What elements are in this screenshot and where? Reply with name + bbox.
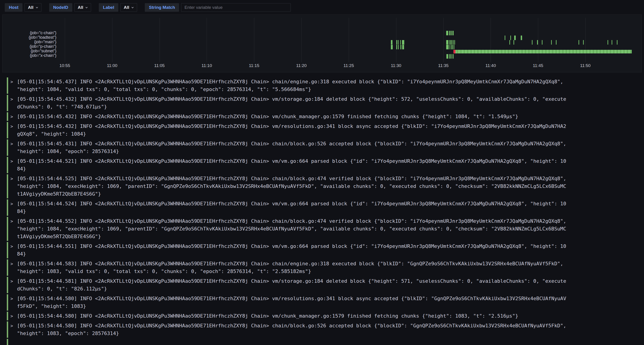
log-row[interactable]: >[05-01|15:54:44.524] INFO <2AcRkXTLLtQj… <box>7 199 644 216</box>
log-message: [05-01|15:54:44.581] INFO <2AcRkXTLLtQjv… <box>17 277 566 293</box>
event-tick <box>617 40 618 45</box>
time-axis-label: 11:10 <box>202 63 212 68</box>
log-row[interactable]: >[05-01|15:54:45.432] INFO <2AcRkXTLLtQj… <box>7 95 644 111</box>
logs-panel: >[05-01|15:54:45.437] INFO <2AcRkXTLLtQj… <box>7 77 644 345</box>
gridline <box>65 18 65 62</box>
event-tick <box>451 45 452 49</box>
event-tick <box>532 40 532 45</box>
log-message: [05-01|15:54:45.432] INFO <2AcRkXTLLtQjv… <box>17 95 566 111</box>
expand-chevron-icon[interactable]: > <box>10 260 17 268</box>
expand-chevron-icon[interactable]: > <box>10 322 17 330</box>
variable-value: All <box>78 5 83 10</box>
time-axis-label: 11:40 <box>486 63 496 68</box>
event-tick <box>452 31 452 35</box>
event-tick <box>454 45 454 49</box>
variable-select-host[interactable]: All <box>24 3 41 12</box>
log-message: [05-01|15:54:44.524] INFO <2AcRkXTLLtQjv… <box>17 200 566 215</box>
gridline <box>254 18 254 62</box>
variable-select-nodeid[interactable]: All <box>74 3 91 12</box>
expand-chevron-icon[interactable]: > <box>10 78 17 86</box>
time-axis-label: 11:25 <box>344 63 354 68</box>
log-message: [05-01|15:54:44.580] INFO <2AcRkXTLLtQjv… <box>17 322 566 337</box>
gridline <box>538 18 538 62</box>
time-axis: 10:5511:0011:0511:1011:1511:2011:2511:30… <box>60 63 639 69</box>
log-row[interactable]: >[05-01|15:54:44.552] INFO <2AcRkXTLLtQj… <box>7 217 644 241</box>
activity-bar-segment <box>456 50 632 53</box>
event-tick <box>404 40 404 45</box>
log-row[interactable]: >[05-01|15:54:45.432] INFO <2AcRkXTLLtQj… <box>7 122 644 138</box>
log-message: [05-01|15:54:45.432] INFO <2AcRkXTLLtQjv… <box>17 113 566 120</box>
log-message: [05-01|15:54:45.437] INFO <2AcRkXTLLtQjv… <box>17 78 566 93</box>
expand-chevron-icon[interactable]: > <box>10 175 17 182</box>
legend-item[interactable]: {job="p-chain"} <box>2 44 56 49</box>
event-tick <box>446 45 449 49</box>
error-bar-segment <box>454 50 456 53</box>
expand-chevron-icon[interactable]: > <box>10 140 17 148</box>
legend-item[interactable]: {job="subnet"} <box>2 49 56 53</box>
event-tick <box>510 35 511 40</box>
event-tick <box>514 35 516 40</box>
event-tick <box>450 40 451 45</box>
expand-chevron-icon[interactable]: > <box>10 277 17 285</box>
log-row[interactable]: >[05-01|15:54:44.583] INFO <2AcRkXTLLtQj… <box>7 259 644 276</box>
event-tick <box>608 40 608 45</box>
chart-plot-area[interactable] <box>60 18 639 61</box>
variable-select-label[interactable]: All <box>120 3 137 12</box>
log-message: [05-01|15:54:45.431] INFO <2AcRkXTLLtQjv… <box>17 140 566 155</box>
expand-chevron-icon[interactable]: > <box>10 243 17 250</box>
variable-group-host: HostAll <box>5 3 42 12</box>
log-row[interactable]: >[05-01|15:54:44.580] INFO <2AcRkXTLLtQj… <box>7 322 644 338</box>
event-tick <box>452 54 452 59</box>
expand-chevron-icon[interactable]: > <box>10 312 17 320</box>
event-tick <box>402 40 404 45</box>
chart-legend: {job="c-chain"}{job="loadtest"}{job="mai… <box>2 30 56 58</box>
legend-item[interactable]: {job="c-chain"} <box>2 30 56 35</box>
log-row[interactable]: >[05-01|15:54:44.580] INFO <2AcRkXTLLtQj… <box>7 294 644 311</box>
event-tick <box>612 40 612 45</box>
log-row[interactable]: >[05-01|15:54:44.521] INFO <2AcRkXTLLtQj… <box>7 157 644 173</box>
chevron-down-icon <box>35 6 38 9</box>
log-row[interactable]: >[05-01|15:54:44.581] INFO <2AcRkXTLLtQj… <box>7 277 644 293</box>
event-tick <box>396 40 397 45</box>
event-tick <box>578 40 579 45</box>
log-volume-panel: {job="c-chain"}{job="loadtest"}{job="mai… <box>2 14 642 72</box>
log-row[interactable]: >[05-01|15:54:45.437] INFO <2AcRkXTLLtQj… <box>7 77 644 94</box>
time-axis-label: 10:55 <box>59 63 70 68</box>
string-match-input[interactable] <box>181 3 291 12</box>
gridline <box>585 18 586 62</box>
variables-toolbar: HostAllNodeIDAllLabelAll String Match <box>0 0 644 12</box>
legend-item[interactable]: {job="loadtest"} <box>2 35 56 40</box>
event-tick <box>556 40 556 45</box>
expand-chevron-icon[interactable]: > <box>10 122 17 130</box>
legend-item[interactable]: {job="x-chain"} <box>2 53 56 58</box>
expand-chevron-icon[interactable]: > <box>10 95 17 103</box>
expand-chevron-icon[interactable]: > <box>10 217 17 225</box>
string-match-group: String Match <box>145 3 291 12</box>
log-message: [05-01|15:54:44.552] INFO <2AcRkXTLLtQjv… <box>17 217 566 240</box>
event-tick <box>450 45 450 49</box>
log-row[interactable]: >[05-01|15:54:44.525] INFO <2AcRkXTLLtQj… <box>7 174 644 198</box>
variable-label-nodeid: NodeID <box>49 3 72 12</box>
expand-chevron-icon[interactable]: > <box>10 200 17 208</box>
gridline <box>160 18 160 62</box>
log-message: [05-01|15:54:44.551] INFO <2AcRkXTLLtQjv… <box>17 243 566 258</box>
legend-item[interactable]: {job="main"} <box>2 40 56 44</box>
gridline <box>444 18 444 62</box>
chevron-down-icon <box>131 6 134 9</box>
expand-chevron-icon[interactable]: > <box>10 295 17 303</box>
log-row[interactable]: >[05-01|15:54:44.551] INFO <2AcRkXTLLtQj… <box>7 242 644 258</box>
log-row[interactable]: >[05-01|15:54:45.431] INFO <2AcRkXTLLtQj… <box>7 139 644 156</box>
log-row[interactable]: >[05-01|15:54:44.580] INFO <2AcRkXTLLtQj… <box>7 312 644 320</box>
expand-chevron-icon[interactable]: > <box>10 113 17 120</box>
expand-chevron-icon[interactable]: > <box>10 157 17 165</box>
event-tick <box>453 40 454 45</box>
log-row[interactable]: >[05-01|15:54:45.432] INFO <2AcRkXTLLtQj… <box>7 112 644 121</box>
event-tick <box>400 40 401 45</box>
event-tick <box>450 31 451 35</box>
event-tick <box>400 45 401 49</box>
gridline <box>490 18 491 62</box>
event-tick <box>450 54 451 59</box>
log-message: [05-01|15:54:44.580] INFO <2AcRkXTLLtQjv… <box>17 312 566 320</box>
log-row-partial <box>7 339 8 345</box>
event-tick <box>446 40 448 45</box>
